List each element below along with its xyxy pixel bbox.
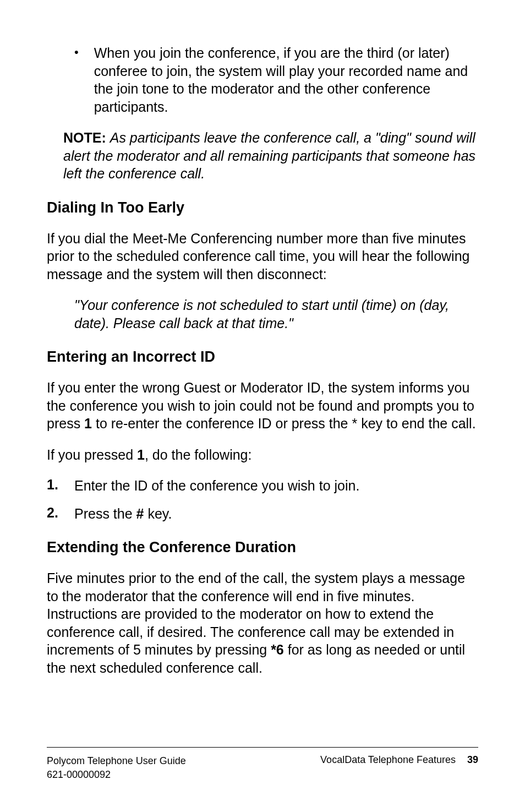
page-footer: Polycom Telephone User Guide 621-0000009… <box>47 747 478 782</box>
bold-hash-key: # <box>136 506 144 521</box>
text-segment: to re-enter the conference ID or press t… <box>92 416 476 431</box>
note-block: NOTE: As participants leave the conferen… <box>63 129 478 183</box>
step-number: 1. <box>47 477 74 495</box>
body-incorrect-id-1: If you enter the wrong Guest or Moderato… <box>47 379 478 433</box>
step-number: 2. <box>47 505 74 523</box>
footer-divider <box>47 747 478 748</box>
footer-page-number: 39 <box>467 754 478 765</box>
step-1: 1. Enter the ID of the conference you wi… <box>47 477 478 495</box>
bold-key-1: 1 <box>84 416 92 431</box>
bullet-text: When you join the conference, if you are… <box>94 44 478 116</box>
footer-guide-title: Polycom Telephone User Guide <box>47 754 186 768</box>
text-segment: If you pressed <box>47 447 137 462</box>
footer-content: Polycom Telephone User Guide 621-0000009… <box>47 754 478 782</box>
footer-right: VocalData Telephone Features 39 <box>320 754 478 766</box>
step-2: 2. Press the # key. <box>47 505 478 523</box>
heading-extend-duration: Extending the Conference Duration <box>47 539 478 556</box>
bullet-marker: • <box>74 45 79 116</box>
footer-section-title: VocalData Telephone Features <box>320 754 456 765</box>
footer-left: Polycom Telephone User Guide 621-0000009… <box>47 754 186 782</box>
note-label: NOTE: <box>63 130 106 145</box>
body-incorrect-id-2: If you pressed 1, do the following: <box>47 446 478 464</box>
bold-star-6: *6 <box>271 642 284 657</box>
text-segment: key. <box>144 506 172 521</box>
heading-incorrect-id: Entering an Incorrect ID <box>47 348 478 366</box>
footer-doc-number: 621-00000092 <box>47 768 186 782</box>
bold-key-1b: 1 <box>137 447 145 462</box>
heading-dialing-early: Dialing In Too Early <box>47 199 478 216</box>
body-dialing-early: If you dial the Meet-Me Conferencing num… <box>47 230 478 284</box>
text-segment: , do the following: <box>145 447 252 462</box>
quote-dialing-early: "Your conference is not scheduled to sta… <box>74 296 478 332</box>
text-segment: Press the <box>74 506 136 521</box>
step-text: Press the # key. <box>74 505 478 523</box>
body-extend-duration: Five minutes prior to the end of the cal… <box>47 569 478 677</box>
note-text: As participants leave the conference cal… <box>63 130 475 181</box>
bullet-item: • When you join the conference, if you a… <box>74 44 478 116</box>
step-text: Enter the ID of the conference you wish … <box>74 477 478 495</box>
